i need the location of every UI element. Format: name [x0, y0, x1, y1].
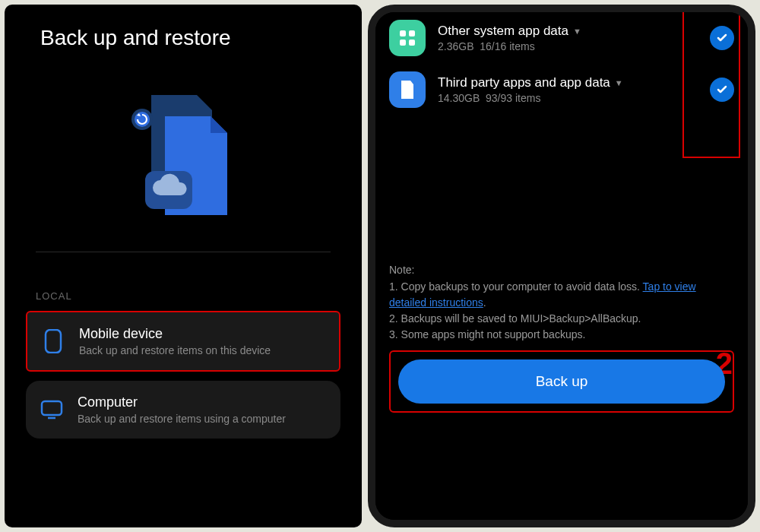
checkbox-checked[interactable]	[710, 26, 734, 50]
page-title: Back up and restore	[40, 26, 343, 50]
note-line-2: 2. Backups will be saved to MIUI>Backup>…	[389, 311, 734, 327]
option-subtitle: Back up and restore items on this device	[79, 344, 325, 356]
option-computer[interactable]: Computer Back up and restore items using…	[26, 381, 340, 439]
svg-rect-9	[409, 40, 415, 46]
grid-icon	[389, 20, 426, 56]
svg-rect-3	[46, 330, 61, 353]
chevron-down-icon: ▼	[573, 27, 581, 36]
svg-rect-7	[409, 30, 415, 36]
category-third-party-apps[interactable]: Third party apps and app data ▼ 14.30GB …	[375, 64, 748, 116]
category-subtitle: 2.36GB 16/16 items	[438, 40, 698, 52]
category-title: Third party apps and app data	[438, 75, 610, 90]
option-title: Mobile device	[79, 326, 325, 342]
note-line-3: 3. Some apps might not support backups.	[389, 327, 734, 343]
divider	[36, 252, 331, 252]
note-line-1: 1. Copy backups to your computer to avoi…	[389, 279, 734, 311]
hero-illustration	[24, 71, 343, 242]
option-mobile-device[interactable]: Mobile device Back up and restore items …	[26, 311, 340, 372]
screen-backup-categories: Other system app data ▼ 2.36GB 16/16 ite…	[368, 5, 755, 527]
checkbox-checked[interactable]	[710, 78, 734, 102]
chevron-down-icon: ▼	[615, 78, 623, 87]
phone-icon	[41, 329, 65, 353]
category-system-app-data[interactable]: Other system app data ▼ 2.36GB 16/16 ite…	[375, 12, 748, 64]
svg-rect-6	[400, 30, 406, 36]
note-header: Note:	[389, 264, 734, 276]
note-section: Note: 1. Copy backups to your computer t…	[375, 264, 748, 343]
svg-rect-4	[42, 401, 62, 415]
category-title: Other system app data	[438, 24, 568, 39]
monitor-icon	[40, 397, 64, 422]
option-subtitle: Back up and restore items using a comput…	[78, 413, 327, 425]
annotation-highlight-button: Back up	[389, 350, 734, 413]
svg-rect-8	[400, 40, 406, 46]
category-subtitle: 14.30GB 93/93 items	[438, 92, 698, 104]
backup-button[interactable]: Back up	[398, 359, 725, 404]
option-title: Computer	[78, 394, 327, 410]
file-icon	[389, 71, 426, 108]
screen-backup-restore: Back up and restore 1 LOCAL Mobile devic…	[5, 5, 362, 527]
section-label-local: LOCAL	[36, 290, 343, 302]
